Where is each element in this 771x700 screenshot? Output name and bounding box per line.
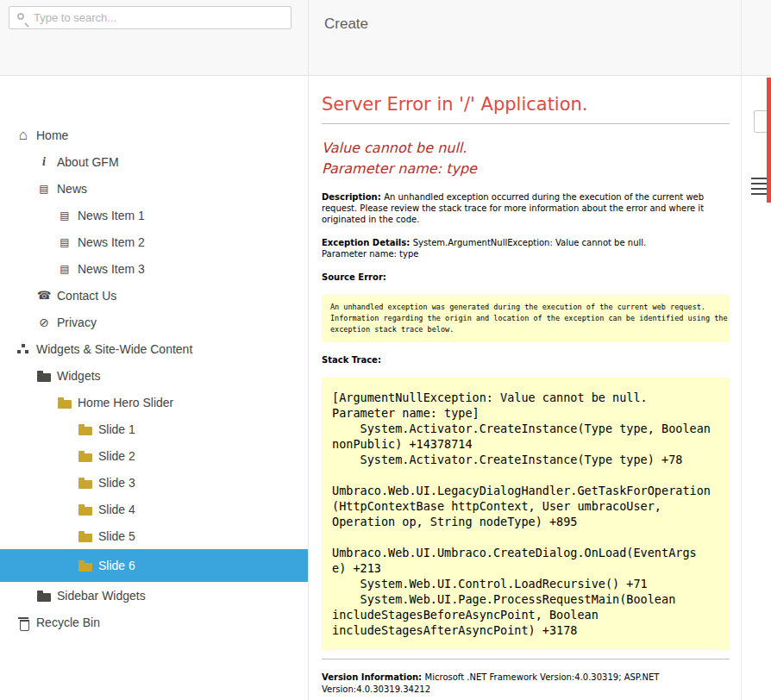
blocked-icon: ⊘ bbox=[36, 316, 52, 329]
tree-item-widgets[interactable]: Widgets bbox=[0, 362, 308, 389]
tree-item-label: Slide 1 bbox=[98, 422, 135, 436]
folder-yellow-icon bbox=[57, 396, 72, 409]
tree-item-label: News Item 3 bbox=[78, 262, 145, 276]
article-icon: ▤ bbox=[57, 235, 72, 249]
tree-item-slide-3[interactable]: Slide 3 bbox=[0, 469, 308, 496]
divider bbox=[322, 659, 730, 659]
tree-item-home[interactable]: ⌂Home bbox=[0, 122, 308, 148]
sitemap-icon bbox=[16, 342, 31, 356]
stack-trace-heading: Stack Trace: bbox=[322, 354, 730, 366]
folder-dark-icon bbox=[36, 589, 52, 603]
source-error-box: An unhandled exception was generated dur… bbox=[322, 295, 730, 342]
tree-item-news-item-2[interactable]: ▤News Item 2 bbox=[0, 228, 308, 255]
search-box[interactable] bbox=[9, 6, 291, 29]
tree-item-privacy[interactable]: ⊘Privacy bbox=[0, 309, 308, 335]
tree-item-widgets-site-wide-content[interactable]: Widgets & Site-Wide Content bbox=[0, 335, 308, 362]
tree-item-label: Slide 4 bbox=[98, 503, 135, 516]
description-label: Description: bbox=[322, 192, 384, 202]
source-error-heading: Source Error: bbox=[322, 272, 730, 283]
tree-item-label: Privacy bbox=[57, 316, 97, 329]
exception-details-label: Exception Details: bbox=[322, 238, 413, 247]
tree-item-home-hero-slider[interactable]: Home Hero Slider bbox=[0, 389, 308, 416]
sidebar: ⌂HomeiAbout GFM▤News▤News Item 1▤News It… bbox=[0, 0, 309, 700]
article-icon: ▤ bbox=[57, 262, 72, 276]
tree-item-label: Slide 3 bbox=[98, 476, 135, 490]
tree-item-slide-5[interactable]: Slide 5 bbox=[0, 522, 308, 549]
error-message: Value cannot be null. Parameter name: ty… bbox=[322, 138, 730, 179]
error-title: Server Error in '/' Application. bbox=[322, 94, 730, 115]
search-icon bbox=[17, 13, 24, 20]
tree-item-label: Sidebar Widgets bbox=[57, 589, 146, 603]
tree-item-label: Home bbox=[36, 128, 68, 142]
tree-item-label: Slide 6 bbox=[98, 559, 135, 572]
tree-item-label: About GFM bbox=[57, 155, 119, 169]
folder-yellow-icon bbox=[78, 449, 93, 463]
tree-item-label: Slide 2 bbox=[98, 449, 135, 463]
stack-trace-label: Stack Trace: bbox=[322, 355, 381, 365]
dialog-header: Create bbox=[310, 0, 740, 76]
info-icon: i bbox=[36, 155, 52, 169]
menu-lines-icon[interactable] bbox=[751, 178, 767, 179]
tree-item-label: Widgets bbox=[57, 369, 101, 383]
exception-details: Exception Details: System.ArgumentNullEx… bbox=[322, 237, 730, 259]
edge-red-fragment bbox=[767, 78, 771, 203]
dialog-title: Create bbox=[324, 16, 740, 33]
folder-yellow-icon bbox=[78, 559, 93, 572]
folder-yellow-icon bbox=[78, 422, 93, 436]
tree-item-news[interactable]: ▤News bbox=[0, 175, 308, 202]
search-input[interactable] bbox=[9, 7, 291, 28]
error-description: Description: An unhandled exception occu… bbox=[322, 191, 730, 225]
folder-yellow-icon bbox=[78, 529, 93, 543]
tree-item-label: Widgets & Site-Wide Content bbox=[36, 342, 192, 356]
right-gutter bbox=[741, 0, 771, 700]
tree-item-label: Slide 5 bbox=[98, 529, 135, 543]
tree-item-recycle-bin[interactable]: Recycle Bin bbox=[0, 609, 308, 635]
folder-yellow-icon bbox=[78, 476, 93, 490]
tree-item-slide-6[interactable]: Slide 6 bbox=[0, 549, 308, 582]
content-tree: ⌂HomeiAbout GFM▤News▤News Item 1▤News It… bbox=[0, 122, 308, 635]
tree-item-label: Home Hero Slider bbox=[78, 396, 173, 409]
version-information-label: Version Information: bbox=[322, 672, 425, 682]
news-icon: ▤ bbox=[36, 182, 52, 196]
divider bbox=[322, 123, 730, 124]
article-icon: ▤ bbox=[57, 209, 72, 222]
tree-item-label: News Item 1 bbox=[78, 209, 145, 222]
version-information: Version Information: Microsoft .NET Fram… bbox=[322, 672, 730, 696]
source-error-label: Source Error: bbox=[322, 272, 386, 282]
tree-item-label: Contact Us bbox=[57, 289, 116, 303]
folder-yellow-icon bbox=[78, 503, 93, 516]
tree-item-slide-4[interactable]: Slide 4 bbox=[0, 496, 308, 522]
main-panel: Create Server Error in '/' Application. … bbox=[310, 0, 740, 700]
phone-icon: ☎ bbox=[36, 289, 52, 303]
error-page: Server Error in '/' Application. Value c… bbox=[310, 76, 740, 696]
bin-icon bbox=[16, 616, 31, 629]
tree-item-news-item-3[interactable]: ▤News Item 3 bbox=[0, 255, 308, 282]
tree-item-slide-1[interactable]: Slide 1 bbox=[0, 416, 308, 442]
tree-item-label: Recycle Bin bbox=[36, 616, 100, 629]
stack-trace-box: [ArgumentNullException: Value cannot be … bbox=[322, 378, 730, 650]
folder-dark-icon bbox=[36, 369, 52, 383]
tree-item-label: News bbox=[57, 182, 87, 196]
home-icon: ⌂ bbox=[16, 128, 31, 142]
tree-item-sidebar-widgets[interactable]: Sidebar Widgets bbox=[0, 582, 308, 609]
tree-item-about-gfm[interactable]: iAbout GFM bbox=[0, 148, 308, 175]
tree-item-contact-us[interactable]: ☎Contact Us bbox=[0, 282, 308, 309]
tree-item-news-item-1[interactable]: ▤News Item 1 bbox=[0, 202, 308, 228]
tree-item-slide-2[interactable]: Slide 2 bbox=[0, 442, 308, 469]
tree-item-label: News Item 2 bbox=[78, 235, 145, 249]
